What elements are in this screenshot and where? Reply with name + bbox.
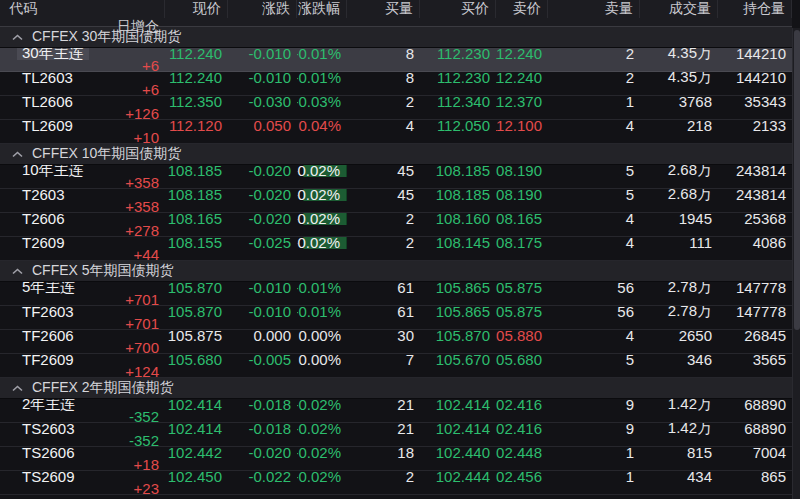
cell-ask: 105.875 [496, 282, 548, 294]
cell-oi-change: +358 [0, 201, 165, 213]
table-row[interactable]: TL2609112.1200.0500.04%4112.050112.10042… [0, 120, 792, 144]
cell-change: 0.000 [228, 330, 297, 342]
cell-bid: 112.230 [420, 48, 496, 60]
cell-open-interest: 2133 [718, 120, 792, 132]
cell-code: TF2603 [0, 306, 165, 318]
table-row[interactable]: T2606108.165-0.020-0.02%2108.160108.1654… [0, 213, 792, 237]
section-header[interactable]: CFFEX 5年期国债期货 [0, 261, 792, 282]
cell-ask-vol: 56 [548, 306, 640, 318]
table-row[interactable]: TF2609105.680-0.0050.00%7105.670105.6805… [0, 354, 792, 378]
table-row[interactable]: 30年主连112.240-0.010-0.01%8112.230112.2402… [0, 48, 792, 72]
table-row[interactable]: TF2603105.870-0.010-0.01%61105.865105.87… [0, 306, 792, 330]
cell-open-interest: 25368 [718, 213, 792, 225]
cell-bid: 105.865 [420, 306, 496, 318]
cell-price: 108.165 [165, 213, 228, 225]
cell-change: -0.020 [228, 189, 297, 201]
cell-volume: 2.78万 [640, 282, 718, 294]
cell-bid: 112.050 [420, 120, 496, 132]
cell-oi-change: -352 [0, 435, 165, 447]
cell-change-pct: -0.02% [297, 447, 347, 459]
cell-ask: 108.165 [496, 213, 548, 225]
cell-code: 2年主连 [0, 399, 165, 411]
instrument-code: TF2609 [22, 354, 74, 366]
cell-volume: 1.42万 [640, 423, 718, 435]
scrollbar-thumb[interactable] [794, 30, 800, 330]
cell-code: TS2603 [0, 423, 165, 435]
cell-bid: 112.230 [420, 72, 496, 84]
cell-ask: 112.240 [496, 72, 548, 84]
column-header-bid[interactable]: 买价 [420, 0, 496, 18]
column-header-code[interactable]: 代码 [0, 0, 165, 18]
section-header[interactable]: CFFEX 30年期国债期货 [0, 27, 792, 48]
vertical-scrollbar[interactable] [792, 28, 800, 499]
cell-change: -0.022 [228, 471, 297, 483]
table-row[interactable]: TS2606102.442-0.020-0.02%18102.440102.44… [0, 447, 792, 471]
instrument-code: 5年主连 [22, 282, 75, 294]
cell-price: 108.155 [165, 237, 228, 249]
cell-change: -0.010 [228, 306, 297, 318]
column-header-ask[interactable]: 卖价 [496, 0, 548, 18]
cell-price: 105.870 [165, 306, 228, 318]
table-row[interactable]: TL2603112.240-0.010-0.01%8112.230112.240… [0, 72, 792, 96]
cell-oi-change: +358 [0, 177, 165, 189]
table-row[interactable]: T2603108.185-0.020-0.02%45108.185108.190… [0, 189, 792, 213]
instrument-code: T2603 [22, 189, 65, 201]
cell-ask-vol: 56 [548, 282, 640, 294]
table-row[interactable]: TS2609102.450-0.022-0.02%2102.444102.456… [0, 471, 792, 495]
cell-code: T2603 [0, 189, 165, 201]
instrument-code: TF2603 [22, 306, 74, 318]
column-header-open-interest[interactable]: 持仓量 [718, 0, 792, 18]
cell-bid-vol: 21 [347, 399, 420, 411]
section-header[interactable]: CFFEX 10年期国债期货 [0, 144, 792, 165]
cell-ask: 112.240 [496, 48, 548, 60]
instrument-code: TL2606 [22, 96, 73, 108]
cell-code: TL2609 [0, 120, 165, 132]
cell-ask: 108.190 [496, 189, 548, 201]
cell-code: TF2609 [0, 354, 165, 366]
cell-ask-vol: 5 [548, 354, 640, 366]
cell-volume: 434 [640, 471, 718, 483]
cell-bid: 108.185 [420, 165, 496, 177]
section-title: CFFEX 5年期国债期货 [32, 262, 174, 280]
section-title: CFFEX 10年期国债期货 [32, 145, 181, 163]
cell-change: -0.005 [228, 354, 297, 366]
cell-oi-change: +6 [0, 60, 165, 72]
cell-code: 10年主连 [0, 165, 165, 177]
column-header-change-pct[interactable]: 涨跌幅 [297, 0, 347, 18]
cell-ask: 102.456 [496, 471, 548, 483]
cell-volume: 815 [640, 447, 718, 459]
table-row[interactable]: 5年主连105.870-0.010-0.01%61105.865105.8755… [0, 282, 792, 306]
cell-open-interest: 68890 [718, 423, 792, 435]
cell-open-interest: 243814 [718, 165, 792, 177]
table-row[interactable]: 2年主连102.414-0.018-0.02%21102.414102.4169… [0, 399, 792, 423]
cell-volume: 4.35万 [640, 72, 718, 84]
cell-ask: 112.370 [496, 96, 548, 108]
flash-highlight-cell: -0.02% [303, 237, 347, 249]
table-row[interactable]: T2609108.155-0.025-0.02%2108.145108.1754… [0, 237, 792, 261]
cell-change-pct: 0.00% [297, 354, 347, 366]
cell-oi-change: +700 [0, 342, 165, 354]
cell-bid: 112.340 [420, 96, 496, 108]
cell-ask: 105.880 [496, 330, 548, 342]
section-title: CFFEX 2年期国债期货 [32, 379, 174, 397]
table-row[interactable]: TF2606105.8750.0000.00%30105.870105.8804… [0, 330, 792, 354]
flash-highlight-cell: -0.02% [303, 189, 347, 201]
cell-price: 105.680 [165, 354, 228, 366]
cell-volume: 1945 [640, 213, 718, 225]
cell-change-pct: -0.03% [297, 96, 347, 108]
column-header-bid-vol[interactable]: 买量 [347, 0, 420, 18]
section-header[interactable]: CFFEX 2年期国债期货 [0, 378, 792, 399]
flash-highlight-cell: -0.02% [303, 165, 347, 177]
cell-ask-vol: 2 [548, 72, 640, 84]
cell-volume: 2.68万 [640, 189, 718, 201]
column-header-change[interactable]: 涨跌 [228, 0, 297, 18]
table-row[interactable]: 10年主连108.185-0.020-0.02%45108.185108.190… [0, 165, 792, 189]
column-header-volume[interactable]: 成交量 [640, 0, 718, 18]
cell-bid-vol: 21 [347, 423, 420, 435]
cell-change: -0.010 [228, 282, 297, 294]
column-header-ask-vol[interactable]: 卖量 [548, 0, 640, 18]
column-header-price[interactable]: 现价 [165, 0, 228, 18]
table-row[interactable]: TL2606112.350-0.030-0.03%2112.340112.370… [0, 96, 792, 120]
table-row[interactable]: TS2603102.414-0.018-0.02%21102.414102.41… [0, 423, 792, 447]
cell-bid: 105.670 [420, 354, 496, 366]
